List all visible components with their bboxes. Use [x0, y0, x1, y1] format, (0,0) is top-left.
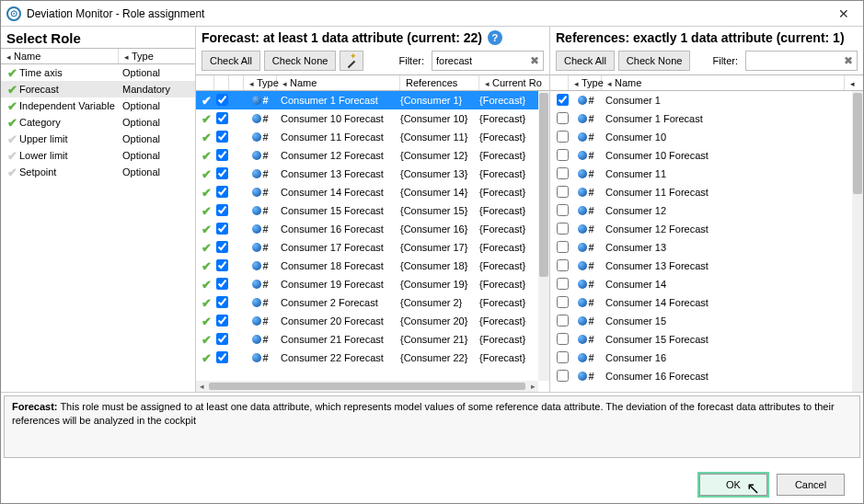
table-row[interactable]: ✔ # Consumer 13 Forecast {Consumer 13} {… [196, 165, 538, 183]
table-row[interactable]: ✔ # Consumer 20 Forecast {Consumer 20} {… [196, 312, 538, 330]
table-row[interactable]: ✔ # Consumer 21 Forecast {Consumer 21} {… [196, 330, 538, 349]
row-name: Consumer 16 Forecast [277, 223, 400, 235]
table-row[interactable]: # Consumer 13 Forecast [550, 257, 852, 275]
table-row[interactable]: # Consumer 15 [550, 312, 852, 330]
table-row[interactable]: # Consumer 10 [550, 128, 852, 146]
table-row[interactable]: ✔ # Consumer 10 Forecast {Consumer 10} {… [196, 109, 538, 128]
row-checkbox[interactable] [557, 333, 569, 345]
row-checkbox[interactable] [557, 186, 569, 198]
table-row[interactable]: # Consumer 13 [550, 238, 852, 257]
table-row[interactable]: ✔ # Consumer 18 Forecast {Consumer 18} {… [196, 257, 538, 275]
col-name[interactable]: Name [277, 75, 400, 90]
row-checkbox[interactable] [216, 204, 228, 216]
ref-col-type[interactable]: Type [569, 75, 602, 90]
row-checkbox[interactable] [557, 223, 569, 235]
row-checkbox[interactable] [216, 186, 228, 198]
table-row[interactable]: # Consumer 12 [550, 201, 852, 220]
role-row[interactable]: ✔ Forecast Mandatory [1, 81, 195, 97]
type-icon: # [570, 297, 602, 308]
row-checkbox[interactable] [216, 241, 228, 253]
table-row[interactable]: # Consumer 10 Forecast [550, 146, 852, 165]
ref-check-all-button[interactable]: Check All [556, 51, 615, 71]
table-row[interactable]: ✔ # Consumer 19 Forecast {Consumer 19} {… [196, 275, 538, 293]
row-references: {Consumer 14} [400, 187, 479, 198]
row-checkbox[interactable] [216, 167, 228, 179]
table-row[interactable]: # Consumer 1 Forecast [550, 109, 852, 128]
row-checkbox[interactable] [557, 296, 569, 308]
roles-col-name[interactable]: Name [1, 49, 119, 63]
row-checkbox[interactable] [216, 315, 228, 326]
table-row[interactable]: ✔ # Consumer 15 Forecast {Consumer 15} {… [196, 201, 538, 220]
window-title: Deviation Monitor - Role assignment [27, 7, 204, 20]
clear-filter-icon[interactable]: ✖ [528, 54, 541, 67]
check-all-button[interactable]: Check All [202, 51, 260, 71]
row-checkbox[interactable] [557, 112, 569, 124]
table-row[interactable]: # Consumer 11 Forecast [550, 183, 852, 201]
row-checkbox[interactable] [216, 278, 228, 290]
check-icon: ✔ [5, 149, 19, 163]
row-checkbox[interactable] [557, 204, 569, 216]
table-row[interactable]: ✔ # Consumer 12 Forecast {Consumer 12} {… [196, 146, 538, 165]
row-checkbox[interactable] [557, 131, 569, 143]
row-checkbox[interactable] [216, 112, 228, 124]
help-icon[interactable]: ? [488, 30, 502, 45]
ref-clear-filter-icon[interactable]: ✖ [842, 54, 855, 67]
table-row[interactable]: # Consumer 12 Forecast [550, 220, 852, 238]
table-row[interactable]: ✔ # Consumer 2 Forecast {Consumer 2} {Fo… [196, 293, 538, 312]
role-row[interactable]: ✔ Time axis Optional [1, 64, 195, 81]
table-row[interactable]: ✔ # Consumer 14 Forecast {Consumer 14} {… [196, 183, 538, 201]
forecast-vscroll[interactable] [538, 91, 549, 381]
cancel-button[interactable]: Cancel [777, 474, 845, 496]
role-row[interactable]: ✔ Lower limit Optional [1, 147, 195, 164]
type-icon: # [244, 223, 277, 235]
table-row[interactable]: # Consumer 16 [550, 349, 852, 367]
references-vscroll[interactable] [852, 91, 863, 392]
check-none-button[interactable]: Check None [264, 51, 337, 71]
table-row[interactable]: ✔ # Consumer 16 Forecast {Consumer 16} {… [196, 220, 538, 238]
ok-button[interactable]: OK ↖ [699, 474, 767, 496]
ref-filter-input[interactable] [750, 55, 842, 66]
forecast-hscroll[interactable]: ◂▸ [196, 381, 538, 392]
filter-input[interactable] [436, 55, 528, 66]
table-row[interactable]: ✔ # Consumer 11 Forecast {Consumer 11} {… [196, 128, 538, 146]
row-checkbox[interactable] [216, 131, 228, 143]
row-checkbox[interactable] [216, 223, 228, 235]
table-row[interactable]: ✔ # Consumer 1 Forecast {Consumer 1} {Fo… [196, 91, 538, 109]
row-checkbox[interactable] [557, 259, 569, 271]
table-row[interactable]: # Consumer 14 [550, 275, 852, 293]
row-checkbox[interactable] [557, 241, 569, 253]
table-row[interactable]: ✔ # Consumer 22 Forecast {Consumer 22} {… [196, 349, 538, 367]
row-checkbox[interactable] [216, 94, 228, 106]
col-references[interactable]: References [400, 75, 479, 90]
type-icon: # [570, 187, 602, 198]
row-checkbox[interactable] [557, 370, 569, 382]
table-row[interactable]: # Consumer 16 Forecast [550, 367, 852, 385]
row-checkbox[interactable] [216, 351, 228, 363]
close-button[interactable]: ✕ [830, 5, 858, 23]
col-type[interactable]: Type [244, 75, 277, 90]
col-current-role[interactable]: Current Ro [479, 75, 549, 90]
role-row[interactable]: ✔ Independent Variable Optional [1, 97, 195, 114]
row-checkbox[interactable] [557, 149, 569, 161]
ref-check-none-button[interactable]: Check None [618, 51, 691, 71]
table-row[interactable]: # Consumer 14 Forecast [550, 293, 852, 312]
row-checkbox[interactable] [557, 351, 569, 363]
ref-col-name[interactable]: Name [602, 75, 845, 90]
row-checkbox[interactable] [216, 333, 228, 345]
row-checkbox[interactable] [216, 296, 228, 308]
row-checkbox[interactable] [216, 149, 228, 161]
auto-assign-button[interactable] [340, 51, 363, 71]
role-row[interactable]: ✔ Setpoint Optional [1, 164, 195, 180]
role-row[interactable]: ✔ Upper limit Optional [1, 131, 195, 147]
table-row[interactable]: ✔ # Consumer 17 Forecast {Consumer 17} {… [196, 238, 538, 257]
table-row[interactable]: # Consumer 15 Forecast [550, 330, 852, 349]
role-row[interactable]: ✔ Category Optional [1, 114, 195, 131]
row-checkbox[interactable] [557, 315, 569, 326]
table-row[interactable]: # Consumer 1 [550, 91, 852, 109]
roles-col-type[interactable]: Type [119, 49, 195, 63]
row-checkbox[interactable] [557, 278, 569, 290]
row-checkbox[interactable] [557, 167, 569, 179]
row-checkbox[interactable] [557, 94, 569, 106]
row-checkbox[interactable] [216, 259, 228, 271]
table-row[interactable]: # Consumer 11 [550, 165, 852, 183]
